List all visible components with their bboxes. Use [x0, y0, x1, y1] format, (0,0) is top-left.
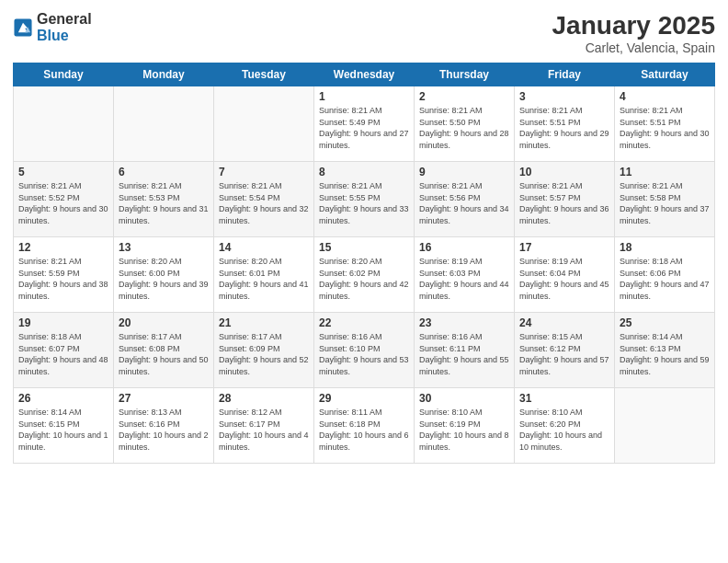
table-row: 2Sunrise: 8:21 AM Sunset: 5:50 PM Daylig…	[415, 86, 515, 162]
header-monday: Monday	[114, 63, 214, 86]
title-block: January 2025 Carlet, Valencia, Spain	[552, 11, 715, 55]
day-number: 2	[419, 90, 509, 103]
logo-blue: Blue	[37, 28, 69, 43]
day-info: Sunrise: 8:21 AM Sunset: 5:51 PM Dayligh…	[519, 105, 609, 151]
day-number: 23	[419, 316, 509, 329]
day-info: Sunrise: 8:18 AM Sunset: 6:06 PM Dayligh…	[620, 256, 710, 302]
day-number: 3	[519, 90, 609, 103]
table-row: 14Sunrise: 8:20 AM Sunset: 6:01 PM Dayli…	[214, 237, 314, 313]
logo: General Blue	[13, 11, 92, 43]
table-row: 27Sunrise: 8:13 AM Sunset: 6:16 PM Dayli…	[114, 388, 214, 464]
day-info: Sunrise: 8:20 AM Sunset: 6:01 PM Dayligh…	[219, 256, 309, 302]
table-row: 30Sunrise: 8:10 AM Sunset: 6:19 PM Dayli…	[415, 388, 515, 464]
header-thursday: Thursday	[415, 63, 515, 86]
day-number: 26	[18, 392, 108, 405]
header-saturday: Saturday	[615, 63, 715, 86]
day-number: 19	[18, 316, 108, 329]
table-row: 1Sunrise: 8:21 AM Sunset: 5:49 PM Daylig…	[314, 86, 415, 162]
calendar-week-row: 1Sunrise: 8:21 AM Sunset: 5:49 PM Daylig…	[14, 86, 715, 162]
day-info: Sunrise: 8:16 AM Sunset: 6:10 PM Dayligh…	[319, 331, 409, 377]
table-row: 26Sunrise: 8:14 AM Sunset: 6:15 PM Dayli…	[14, 388, 114, 464]
day-info: Sunrise: 8:13 AM Sunset: 6:16 PM Dayligh…	[119, 407, 209, 453]
day-number: 8	[319, 166, 409, 178]
table-row: 5Sunrise: 8:21 AM Sunset: 5:52 PM Daylig…	[14, 162, 114, 237]
table-row: 24Sunrise: 8:15 AM Sunset: 6:12 PM Dayli…	[515, 313, 615, 388]
day-info: Sunrise: 8:21 AM Sunset: 5:51 PM Dayligh…	[620, 105, 710, 151]
day-number: 4	[620, 90, 710, 103]
day-number: 11	[620, 166, 710, 178]
day-info: Sunrise: 8:21 AM Sunset: 5:50 PM Dayligh…	[419, 105, 509, 151]
table-row: 20Sunrise: 8:17 AM Sunset: 6:08 PM Dayli…	[114, 313, 214, 388]
day-number: 20	[119, 316, 209, 329]
table-row: 12Sunrise: 8:21 AM Sunset: 5:59 PM Dayli…	[14, 237, 114, 313]
day-info: Sunrise: 8:12 AM Sunset: 6:17 PM Dayligh…	[219, 407, 309, 453]
day-info: Sunrise: 8:21 AM Sunset: 5:58 PM Dayligh…	[620, 180, 710, 226]
day-number: 12	[18, 241, 108, 254]
day-info: Sunrise: 8:15 AM Sunset: 6:12 PM Dayligh…	[519, 331, 609, 377]
table-row: 16Sunrise: 8:19 AM Sunset: 6:03 PM Dayli…	[415, 237, 515, 313]
day-number: 27	[119, 392, 209, 405]
day-info: Sunrise: 8:16 AM Sunset: 6:11 PM Dayligh…	[419, 331, 509, 377]
day-number: 29	[319, 392, 409, 405]
day-info: Sunrise: 8:10 AM Sunset: 6:19 PM Dayligh…	[419, 407, 509, 453]
day-number: 10	[519, 166, 609, 178]
day-info: Sunrise: 8:17 AM Sunset: 6:08 PM Dayligh…	[119, 331, 209, 377]
day-info: Sunrise: 8:19 AM Sunset: 6:03 PM Dayligh…	[419, 256, 509, 302]
table-row: 8Sunrise: 8:21 AM Sunset: 5:55 PM Daylig…	[314, 162, 415, 237]
calendar-week-row: 26Sunrise: 8:14 AM Sunset: 6:15 PM Dayli…	[14, 388, 715, 464]
day-number: 6	[119, 166, 209, 178]
day-info: Sunrise: 8:14 AM Sunset: 6:15 PM Dayligh…	[18, 407, 108, 453]
day-number: 17	[519, 241, 609, 254]
calendar-header-row: Sunday Monday Tuesday Wednesday Thursday…	[14, 63, 715, 86]
day-info: Sunrise: 8:21 AM Sunset: 5:49 PM Dayligh…	[319, 105, 409, 151]
calendar-week-row: 19Sunrise: 8:18 AM Sunset: 6:07 PM Dayli…	[14, 313, 715, 388]
day-number: 9	[419, 166, 509, 178]
table-row: 7Sunrise: 8:21 AM Sunset: 5:54 PM Daylig…	[214, 162, 314, 237]
calendar-week-row: 12Sunrise: 8:21 AM Sunset: 5:59 PM Dayli…	[14, 237, 715, 313]
table-row: 15Sunrise: 8:20 AM Sunset: 6:02 PM Dayli…	[314, 237, 415, 313]
day-info: Sunrise: 8:21 AM Sunset: 5:57 PM Dayligh…	[519, 180, 609, 226]
page-subtitle: Carlet, Valencia, Spain	[552, 40, 715, 55]
page-title: January 2025	[552, 11, 715, 40]
table-row: 22Sunrise: 8:16 AM Sunset: 6:10 PM Dayli…	[314, 313, 415, 388]
day-number: 31	[519, 392, 609, 405]
table-row: 28Sunrise: 8:12 AM Sunset: 6:17 PM Dayli…	[214, 388, 314, 464]
table-row: 21Sunrise: 8:17 AM Sunset: 6:09 PM Dayli…	[214, 313, 314, 388]
table-row: 23Sunrise: 8:16 AM Sunset: 6:11 PM Dayli…	[415, 313, 515, 388]
day-info: Sunrise: 8:20 AM Sunset: 6:00 PM Dayligh…	[119, 256, 209, 302]
day-number: 18	[620, 241, 710, 254]
day-number: 21	[219, 316, 309, 329]
day-number: 14	[219, 241, 309, 254]
day-info: Sunrise: 8:21 AM Sunset: 5:53 PM Dayligh…	[119, 180, 209, 226]
table-row	[615, 388, 715, 464]
table-row	[114, 86, 214, 162]
table-row: 18Sunrise: 8:18 AM Sunset: 6:06 PM Dayli…	[615, 237, 715, 313]
day-info: Sunrise: 8:19 AM Sunset: 6:04 PM Dayligh…	[519, 256, 609, 302]
table-row: 10Sunrise: 8:21 AM Sunset: 5:57 PM Dayli…	[515, 162, 615, 237]
calendar-week-row: 5Sunrise: 8:21 AM Sunset: 5:52 PM Daylig…	[14, 162, 715, 237]
header-wednesday: Wednesday	[314, 63, 415, 86]
day-info: Sunrise: 8:21 AM Sunset: 5:52 PM Dayligh…	[18, 180, 108, 226]
day-info: Sunrise: 8:21 AM Sunset: 5:56 PM Dayligh…	[419, 180, 509, 226]
day-number: 16	[419, 241, 509, 254]
logo-icon	[13, 17, 33, 38]
day-number: 25	[620, 316, 710, 329]
day-info: Sunrise: 8:20 AM Sunset: 6:02 PM Dayligh…	[319, 256, 409, 302]
table-row: 19Sunrise: 8:18 AM Sunset: 6:07 PM Dayli…	[14, 313, 114, 388]
table-row: 13Sunrise: 8:20 AM Sunset: 6:00 PM Dayli…	[114, 237, 214, 313]
table-row: 31Sunrise: 8:10 AM Sunset: 6:20 PM Dayli…	[515, 388, 615, 464]
day-info: Sunrise: 8:21 AM Sunset: 5:59 PM Dayligh…	[18, 256, 108, 302]
page-header: General Blue January 2025 Carlet, Valenc…	[13, 11, 715, 55]
table-row: 25Sunrise: 8:14 AM Sunset: 6:13 PM Dayli…	[615, 313, 715, 388]
day-number: 28	[219, 392, 309, 405]
day-number: 7	[219, 166, 309, 178]
day-number: 24	[519, 316, 609, 329]
day-info: Sunrise: 8:11 AM Sunset: 6:18 PM Dayligh…	[319, 407, 409, 453]
calendar-table: Sunday Monday Tuesday Wednesday Thursday…	[13, 63, 715, 464]
day-number: 5	[18, 166, 108, 178]
day-info: Sunrise: 8:10 AM Sunset: 6:20 PM Dayligh…	[519, 407, 609, 453]
table-row: 17Sunrise: 8:19 AM Sunset: 6:04 PM Dayli…	[515, 237, 615, 313]
day-number: 15	[319, 241, 409, 254]
day-info: Sunrise: 8:21 AM Sunset: 5:55 PM Dayligh…	[319, 180, 409, 226]
day-info: Sunrise: 8:17 AM Sunset: 6:09 PM Dayligh…	[219, 331, 309, 377]
